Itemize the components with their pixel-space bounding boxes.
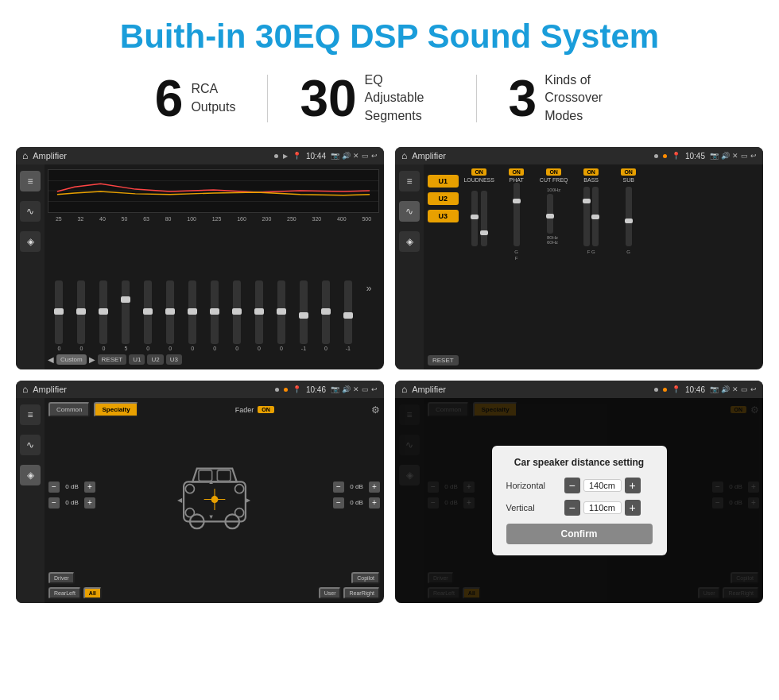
- fader-speaker-area: − 0 dB + − 0 dB +: [48, 420, 380, 569]
- fader-rl-plus[interactable]: +: [84, 497, 95, 509]
- eq-graph: [48, 169, 379, 213]
- fader-common-tab[interactable]: Common: [48, 402, 90, 417]
- xover-volume-icon: 🔊: [721, 152, 730, 160]
- fader-nav-vol[interactable]: ◈: [20, 465, 41, 485]
- eq-thumb-8[interactable]: [210, 308, 219, 315]
- xover-home-icon[interactable]: ⌂: [401, 150, 407, 161]
- fader-fl-minus[interactable]: −: [48, 481, 60, 493]
- fader-rr-minus[interactable]: −: [333, 497, 344, 509]
- eq-custom-button[interactable]: Custom: [56, 354, 87, 365]
- confirm-button[interactable]: Confirm: [506, 524, 653, 544]
- eq-thumb-10[interactable]: [254, 308, 264, 315]
- fader-settings-icon[interactable]: ⚙: [371, 404, 380, 416]
- fader-driver-btn[interactable]: Driver: [48, 572, 75, 584]
- svg-point-13: [185, 508, 194, 516]
- phat-slider[interactable]: [514, 183, 520, 246]
- fader-rl-minus[interactable]: −: [48, 497, 60, 509]
- fader-rearright-btn[interactable]: RearRight: [343, 587, 380, 599]
- fader-all-btn[interactable]: All: [83, 587, 102, 599]
- eq-nav-wave[interactable]: ∿: [20, 201, 41, 222]
- back-icon[interactable]: ↩: [371, 152, 378, 160]
- eq-reset-button[interactable]: RESET: [98, 354, 127, 365]
- fader-back-icon[interactable]: ↩: [371, 385, 378, 393]
- eq-thumb-12[interactable]: [299, 312, 308, 319]
- eq-thumb-5[interactable]: [143, 308, 153, 315]
- eq-more-icon[interactable]: »: [366, 283, 372, 294]
- fader-nav-eq[interactable]: ≡: [20, 404, 41, 425]
- eq-thumb-1[interactable]: [54, 308, 64, 315]
- fader-status-icons: 📷 🔊 ✕ ▭ ↩: [331, 385, 378, 393]
- eq-curve-svg: [48, 170, 378, 212]
- eq-thumb-11[interactable]: [277, 308, 286, 315]
- stat-rca-number: 6: [155, 73, 184, 124]
- eq-track-1[interactable]: [55, 280, 63, 344]
- eq-nav-eq[interactable]: ≡: [20, 171, 41, 191]
- fader-fl-plus[interactable]: +: [84, 481, 95, 493]
- phat-on-badge[interactable]: ON: [509, 168, 524, 176]
- horizontal-plus-button[interactable]: +: [625, 478, 641, 493]
- vertical-plus-button[interactable]: +: [625, 500, 641, 516]
- eq-slider-14: -1: [344, 280, 352, 351]
- fader-nav-wave[interactable]: ∿: [20, 435, 41, 455]
- dist-home-icon[interactable]: ⌂: [401, 384, 407, 395]
- xover-location-icon: 📍: [672, 152, 680, 160]
- xover-nav-eq[interactable]: ≡: [399, 171, 420, 191]
- eq-thumb-14[interactable]: [343, 312, 353, 319]
- cutfreq-slider[interactable]: [547, 194, 553, 234]
- eq-next-button[interactable]: ▶: [89, 355, 95, 364]
- fader-rearleft-btn[interactable]: RearLeft: [48, 587, 81, 599]
- xover-nav-vol[interactable]: ◈: [399, 231, 420, 252]
- sub-slider[interactable]: [626, 187, 632, 246]
- bass-slider1[interactable]: [583, 187, 590, 246]
- eq-u2-button[interactable]: U2: [147, 354, 163, 365]
- fader-on-toggle[interactable]: ON: [258, 406, 274, 413]
- eq-slider-13: 0: [322, 280, 330, 351]
- bass-slider2[interactable]: [592, 187, 599, 246]
- car-svg: ▲ ▼ ◀ ▶: [167, 455, 262, 535]
- fader-specialty-tab[interactable]: Specialty: [94, 402, 138, 417]
- eq-slider-6: 0: [166, 280, 174, 351]
- sub-label: SUB: [622, 177, 634, 183]
- fader-camera-icon: 📷: [331, 385, 339, 393]
- eq-status-dot1: [274, 154, 278, 158]
- cutfreq-on-badge[interactable]: ON: [546, 168, 561, 176]
- fader-user-btn[interactable]: User: [319, 587, 342, 599]
- eq-thumb-4[interactable]: [121, 296, 130, 303]
- dist-status-bar: ⌂ Amplifier 📍 10:46 📷 🔊 ✕ ▭ ↩: [395, 381, 763, 398]
- loudness-on-badge[interactable]: ON: [471, 168, 486, 176]
- eq-thumb-7[interactable]: [188, 308, 197, 315]
- fader-fr-minus[interactable]: −: [333, 481, 344, 493]
- fader-copilot-btn[interactable]: Copilot: [351, 572, 380, 584]
- vertical-minus-button[interactable]: −: [564, 500, 580, 516]
- xover-reset-button[interactable]: RESET: [428, 355, 459, 365]
- xover-u3-button[interactable]: U3: [428, 210, 459, 222]
- eq-thumb-3[interactable]: [99, 308, 108, 315]
- home-icon[interactable]: ⌂: [22, 150, 28, 161]
- bass-on-badge[interactable]: ON: [583, 168, 599, 176]
- xover-u2-button[interactable]: U2: [428, 192, 459, 205]
- dist-back-icon[interactable]: ↩: [750, 385, 757, 393]
- phat-sliders: [514, 184, 520, 248]
- eq-thumb-6[interactable]: [165, 308, 175, 315]
- loudness-slider1[interactable]: [471, 191, 478, 246]
- eq-nav-vol[interactable]: ◈: [20, 231, 41, 252]
- eq-thumb-9[interactable]: [232, 308, 242, 315]
- fader-status-time: 10:46: [306, 385, 326, 394]
- eq-u1-button[interactable]: U1: [129, 354, 145, 365]
- sub-on-badge[interactable]: ON: [621, 168, 636, 176]
- eq-prev-button[interactable]: ◀: [48, 355, 54, 364]
- xover-u1-button[interactable]: U1: [428, 175, 459, 188]
- fader-fr-plus[interactable]: +: [369, 481, 380, 493]
- loudness-slider2[interactable]: [481, 191, 487, 246]
- horizontal-minus-button[interactable]: −: [564, 478, 580, 493]
- xover-nav-wave[interactable]: ∿: [399, 201, 420, 222]
- fader-home-icon[interactable]: ⌂: [22, 384, 28, 395]
- camera-icon: 📷: [331, 152, 339, 160]
- eq-thumb-2[interactable]: [76, 308, 86, 315]
- location-icon: 📍: [293, 152, 301, 160]
- eq-u3-button[interactable]: U3: [166, 354, 182, 365]
- fader-rr-plus[interactable]: +: [369, 497, 380, 509]
- xover-channels: ON LOUDNESS ON: [462, 168, 759, 365]
- eq-thumb-13[interactable]: [321, 308, 331, 315]
- xover-back-icon[interactable]: ↩: [750, 152, 757, 160]
